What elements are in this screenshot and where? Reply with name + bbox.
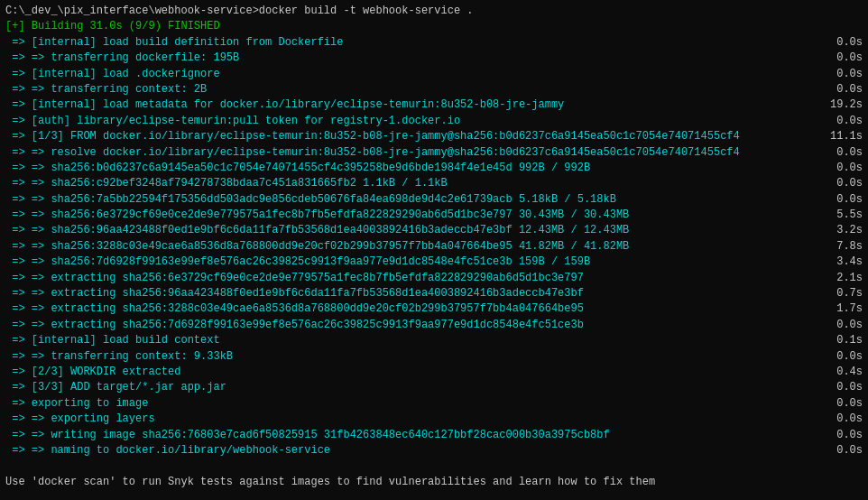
time-stamp: 0.0s xyxy=(817,396,863,412)
time-stamp: 1.7s xyxy=(817,301,863,317)
time-stamp: 0.0s xyxy=(817,145,863,161)
time-stamp: 11.1s xyxy=(817,129,863,144)
line-sha256-6e3: => => sha256:6e3729cf69e0ce2de9e779575a1… xyxy=(5,208,863,223)
line-sha256-328: => => sha256:3288c03e49cae6a8536d8a76880… xyxy=(5,239,863,255)
time-stamp: 0.0s xyxy=(817,428,863,443)
line-exporting-image: => exporting to image 0.0s xyxy=(5,396,863,412)
line-resolve: => => resolve docker.io/library/eclipse-… xyxy=(5,145,863,161)
line-from-1-3: => [1/3] FROM docker.io/library/eclipse-… xyxy=(5,129,863,144)
line-sha256-96a: => => sha256:96aa423488f0ed1e9bf6c6da11f… xyxy=(5,223,863,238)
line-text xyxy=(5,458,863,474)
line-text: Use 'docker scan' to run Snyk tests agai… xyxy=(5,475,863,490)
line-writing-image: => => writing image sha256:76803e7cad6f5… xyxy=(5,428,863,443)
line-naming: => => naming to docker.io/library/webhoo… xyxy=(5,443,863,458)
line-text: => => transferring dockerfile: 195B xyxy=(5,51,817,66)
terminal-window: C:\_dev_\pix_interface\webhook-service>d… xyxy=(0,0,868,500)
time-stamp: 0.4s xyxy=(817,365,863,380)
line-blank-1 xyxy=(5,458,863,474)
line-extracting-96a: => => extracting sha256:96aa423488f0ed1e… xyxy=(5,286,863,301)
time-stamp: 0.0s xyxy=(817,51,863,66)
time-stamp: 0.0s xyxy=(817,161,863,176)
line-internal-load-build-ctx: => [internal] load build context 0.1s xyxy=(5,333,863,348)
line-text: => => transferring context: 2B xyxy=(5,82,817,97)
time-stamp: 0.1s xyxy=(817,333,863,348)
line-text xyxy=(5,490,863,500)
line-text: => => sha256:6e3729cf69e0ce2de9e779575a1… xyxy=(5,208,817,223)
line-exporting-layers: => => exporting layers 0.0s xyxy=(5,412,863,427)
line-text: => [internal] load build context xyxy=(5,333,817,348)
line-prompt-build: C:\_dev_\pix_interface\webhook-service>d… xyxy=(5,4,863,19)
line-load-metadata: => [internal] load metadata for docker.i… xyxy=(5,97,863,113)
line-sha256-c92: => => sha256:c92bef3248af794278738bdaa7c… xyxy=(5,176,863,191)
line-text: => => extracting sha256:96aa423488f0ed1e… xyxy=(5,286,817,301)
line-workdir-extracted: => [2/3] WORKDIR extracted 0.4s xyxy=(5,365,863,380)
line-text: => => resolve docker.io/library/eclipse-… xyxy=(5,145,817,161)
time-stamp: 0.7s xyxy=(817,286,863,301)
line-text: => [1/3] FROM docker.io/library/eclipse-… xyxy=(5,129,817,144)
line-text: => => sha256:c92bef3248af794278738bdaa7c… xyxy=(5,176,817,191)
time-stamp: 0.0s xyxy=(817,35,863,51)
time-stamp: 19.2s xyxy=(817,97,863,113)
line-text: => [3/3] ADD target/*.jar app.jar xyxy=(5,380,817,395)
line-text: C:\_dev_\pix_interface\webhook-service>d… xyxy=(5,4,863,19)
line-text: => => writing image sha256:76803e7cad6f5… xyxy=(5,428,817,443)
line-text: => [internal] load build definition from… xyxy=(5,35,817,51)
line-extracting-6e3: => => extracting sha256:6e3729cf69e0ce2d… xyxy=(5,271,863,286)
time-stamp: 0.0s xyxy=(817,349,863,365)
line-text: => => sha256:96aa423488f0ed1e9bf6c6da11f… xyxy=(5,223,817,238)
line-text: => [2/3] WORKDIR extracted xyxy=(5,365,817,380)
line-extracting-328: => => extracting sha256:3288c03e49cae6a8… xyxy=(5,301,863,317)
time-stamp: 0.0s xyxy=(817,114,863,129)
line-building: [+] Building 31.0s (9/9) FINISHED xyxy=(5,19,863,34)
line-text: => [internal] load .dockerignore xyxy=(5,67,817,82)
line-sha256-7a5: => => sha256:7a5bb22594f175356dd503adc9e… xyxy=(5,192,863,208)
line-text: => => sha256:b0d6237c6a9145ea50c1c7054e7… xyxy=(5,161,817,176)
time-stamp: 0.0s xyxy=(817,412,863,427)
line-text: => => naming to docker.io/library/webhoo… xyxy=(5,443,817,458)
time-stamp: 3.2s xyxy=(817,223,863,238)
time-stamp: 7.8s xyxy=(817,239,863,255)
time-stamp: 0.0s xyxy=(817,67,863,82)
line-text: => => extracting sha256:6e3729cf69e0ce2d… xyxy=(5,271,817,286)
line-blank-2 xyxy=(5,490,863,500)
line-load-dockerignore: => [internal] load .dockerignore 0.0s xyxy=(5,67,863,82)
time-stamp: 3.4s xyxy=(817,255,863,270)
line-transfer-context-2b: => => transferring context: 2B 0.0s xyxy=(5,82,863,97)
line-auth: => [auth] library/eclipse-temurin:pull t… xyxy=(5,114,863,129)
line-text: => => sha256:7a5bb22594f175356dd503adc9e… xyxy=(5,192,817,208)
time-stamp: 0.0s xyxy=(817,380,863,395)
line-extracting-7d6: => => extracting sha256:7d6928f99163e99e… xyxy=(5,318,863,333)
line-text: => => extracting sha256:7d6928f99163e99e… xyxy=(5,318,817,333)
line-text: => => exporting layers xyxy=(5,412,817,427)
time-stamp: 0.0s xyxy=(817,82,863,97)
line-transfer-context-9kb: => => transferring context: 9.33kB 0.0s xyxy=(5,349,863,365)
time-stamp: 5.5s xyxy=(817,208,863,223)
line-text: => => extracting sha256:3288c03e49cae6a8… xyxy=(5,301,817,317)
time-stamp: 0.0s xyxy=(817,318,863,333)
line-internal-load-def: => [internal] load build definition from… xyxy=(5,35,863,51)
line-text: => [internal] load metadata for docker.i… xyxy=(5,97,817,113)
line-text: => => transferring context: 9.33kB xyxy=(5,349,817,365)
line-text: [+] Building 31.0s (9/9) FINISHED xyxy=(5,19,863,34)
line-snyk-notice: Use 'docker scan' to run Snyk tests agai… xyxy=(5,475,863,490)
line-text: => [auth] library/eclipse-temurin:pull t… xyxy=(5,114,817,129)
time-stamp: 2.1s xyxy=(817,271,863,286)
line-sha256-7d6: => => sha256:7d6928f99163e99ef8e576ac26c… xyxy=(5,255,863,270)
time-stamp: 0.0s xyxy=(817,176,863,191)
time-stamp: 0.0s xyxy=(817,443,863,458)
time-stamp: 0.0s xyxy=(817,192,863,208)
line-text: => => sha256:3288c03e49cae6a8536d8a76880… xyxy=(5,239,817,255)
line-sha256-b0d: => => sha256:b0d6237c6a9145ea50c1c7054e7… xyxy=(5,161,863,176)
line-transfer-dockerfile: => => transferring dockerfile: 195B 0.0s xyxy=(5,51,863,66)
line-text: => exporting to image xyxy=(5,396,817,412)
line-text: => => sha256:7d6928f99163e99ef8e576ac26c… xyxy=(5,255,817,270)
line-add-jar: => [3/3] ADD target/*.jar app.jar 0.0s xyxy=(5,380,863,395)
